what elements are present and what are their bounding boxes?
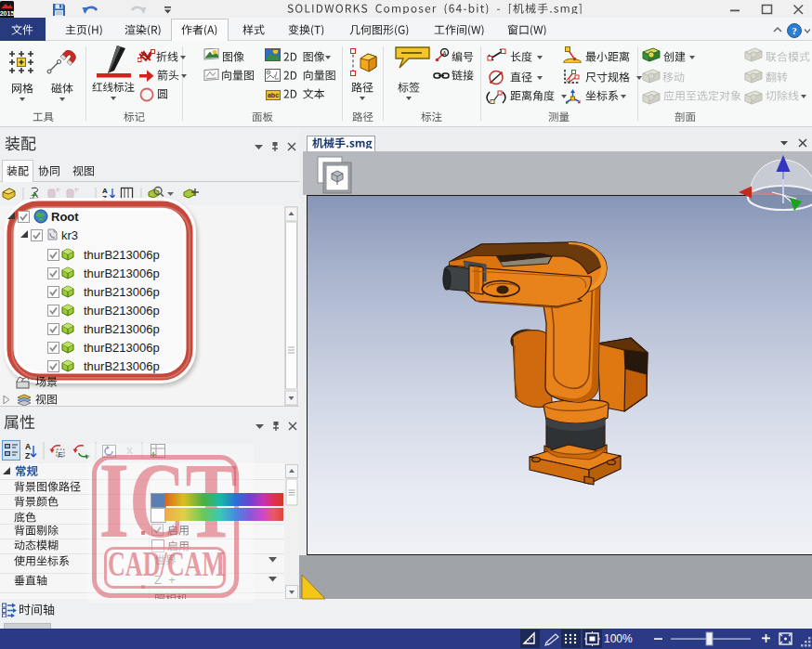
svg-text:A: A — [442, 50, 447, 57]
svg-text:Z: Z — [25, 451, 30, 461]
svg-text:E: E — [59, 450, 63, 459]
svg-text:CAD/CAM: CAD/CAM — [108, 550, 225, 581]
svg-text:A: A — [25, 442, 31, 451]
svg-text:?: ? — [792, 25, 797, 36]
svg-text:2015: 2015 — [0, 10, 14, 17]
svg-text:abc: abc — [268, 92, 279, 98]
